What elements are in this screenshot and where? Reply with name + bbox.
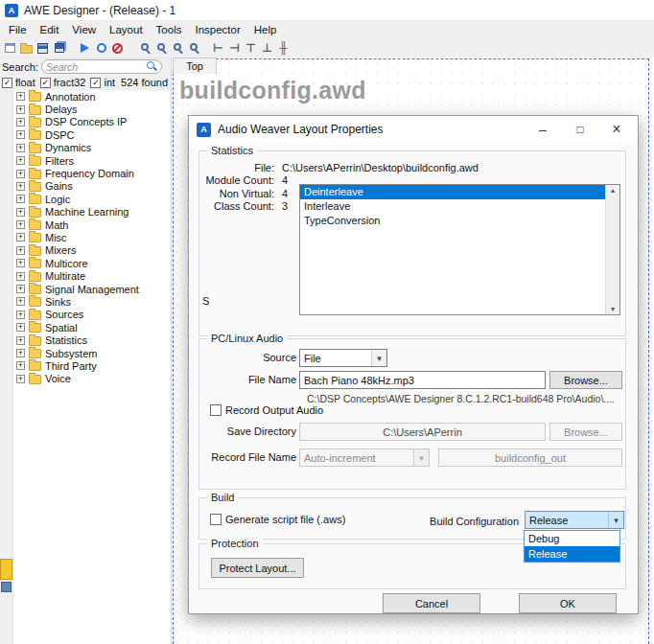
run-layout-icon[interactable] (77, 39, 93, 57)
ok-button[interactable]: OK (519, 593, 617, 613)
expand-plus-icon[interactable] (16, 375, 25, 383)
list-scrollbar[interactable] (605, 185, 619, 314)
align-bottom-icon[interactable]: ⊥ (259, 39, 275, 57)
type-filter-checkbox[interactable]: fract32 (40, 77, 86, 88)
menu-item[interactable]: Layout (103, 21, 150, 38)
halt-icon[interactable] (109, 39, 126, 57)
tree-item[interactable]: Gains (13, 180, 171, 193)
tree-item[interactable]: Multirate (13, 269, 171, 282)
expand-plus-icon[interactable] (16, 336, 25, 345)
menu-item[interactable]: File (2, 21, 34, 38)
tree-item[interactable]: Delays (13, 103, 171, 115)
expand-plus-icon[interactable] (16, 297, 25, 306)
dock-panel-icon[interactable] (1, 582, 12, 592)
expand-plus-icon[interactable] (16, 118, 25, 126)
tree-item[interactable]: Multicore (13, 257, 171, 269)
record-output-checkbox[interactable]: Record Output Audio (210, 404, 323, 416)
tree-item[interactable]: Sinks (13, 295, 171, 308)
align-right-icon[interactable]: ⊣ (226, 39, 243, 57)
save-icon[interactable] (35, 39, 51, 57)
module-class-item[interactable]: Interleave (300, 199, 605, 214)
tree-item[interactable]: Machine Learning (13, 206, 171, 218)
zoom-fit-icon[interactable] (168, 39, 184, 57)
expand-plus-icon[interactable] (16, 285, 25, 293)
zoom-100-icon[interactable] (184, 39, 200, 57)
type-filter-checkbox[interactable]: float (2, 77, 35, 88)
tree-item[interactable]: Sources (13, 309, 171, 321)
tree-item[interactable]: Misc (13, 231, 171, 243)
scroll-down-icon[interactable] (611, 305, 615, 313)
close-button[interactable] (598, 116, 635, 142)
tab-top[interactable]: Top (173, 58, 217, 74)
distribute-icon[interactable]: ╫ (275, 39, 292, 57)
menu-item[interactable]: Tools (150, 21, 189, 38)
expand-plus-icon[interactable] (16, 246, 25, 255)
browse-button[interactable]: Browse... (549, 371, 622, 389)
profile-icon[interactable] (93, 39, 109, 57)
expand-plus-icon[interactable] (16, 182, 25, 191)
scroll-up-icon[interactable] (611, 186, 615, 195)
menu-item[interactable]: Edit (34, 21, 66, 38)
expand-plus-icon[interactable] (16, 156, 25, 165)
new-layout-icon[interactable] (2, 39, 18, 57)
generate-script-checkbox[interactable]: Generate script file (.aws) (210, 514, 345, 525)
expand-plus-icon[interactable] (16, 272, 25, 281)
menu-item[interactable]: Help (247, 21, 284, 38)
tree-item[interactable]: Signal Management (13, 283, 171, 295)
zoom-in-icon[interactable] (135, 39, 152, 57)
expand-plus-icon[interactable] (16, 259, 25, 267)
search-row: Search: (0, 58, 171, 75)
tree-item[interactable]: Mixers (13, 244, 171, 257)
cancel-button[interactable]: Cancel (383, 593, 480, 613)
expand-plus-icon[interactable] (16, 310, 25, 319)
tree-item[interactable]: Filters (13, 154, 171, 167)
module-class-item[interactable]: Deinterleave (300, 185, 605, 199)
build-config-select[interactable]: Release (525, 511, 624, 529)
menu-item[interactable]: View (65, 21, 103, 38)
expand-plus-icon[interactable] (16, 208, 25, 217)
maximize-button[interactable] (562, 116, 598, 142)
open-file-icon[interactable] (18, 39, 35, 57)
tree-item[interactable]: Statistics (13, 334, 171, 346)
expand-plus-icon[interactable] (16, 220, 25, 229)
search-box[interactable] (41, 59, 162, 74)
align-left-icon[interactable]: ⊢ (210, 39, 226, 57)
menu-item[interactable]: Inspector (188, 21, 246, 38)
collapsed-panel-tab-icon[interactable] (0, 559, 12, 580)
dropdown-option[interactable]: Debug (525, 531, 619, 546)
tree-item[interactable]: Frequency Domain (13, 167, 171, 179)
expand-plus-icon[interactable] (16, 105, 25, 114)
expand-plus-icon[interactable] (16, 349, 25, 357)
expand-plus-icon[interactable] (16, 195, 25, 203)
dropdown-option[interactable]: Release (525, 546, 619, 562)
search-icon[interactable] (147, 61, 157, 72)
tree-item[interactable]: Annotation (13, 90, 171, 103)
tree-item[interactable]: Subsystem (13, 347, 171, 359)
tree-item[interactable]: Third Party (13, 359, 171, 372)
module-class-item[interactable]: TypeConversion (300, 214, 605, 228)
expand-plus-icon[interactable] (16, 170, 25, 178)
expand-plus-icon[interactable] (16, 92, 25, 101)
protect-layout-button[interactable]: Protect Layout... (211, 558, 304, 578)
save-all-icon[interactable] (51, 39, 67, 57)
tree-item[interactable]: Spatial (13, 321, 171, 334)
search-input[interactable] (46, 61, 147, 73)
tree-item[interactable]: DSP Concepts IP (13, 116, 171, 128)
expand-plus-icon[interactable] (16, 361, 25, 370)
expand-plus-icon[interactable] (16, 233, 25, 242)
tree-item[interactable]: Logic (13, 193, 171, 205)
module-class-list[interactable]: DeinterleaveInterleaveTypeConversion (299, 184, 620, 315)
expand-plus-icon[interactable] (16, 130, 25, 139)
expand-plus-icon[interactable] (16, 144, 25, 152)
tree-item[interactable]: DSPC (13, 128, 171, 141)
align-top-icon[interactable]: ⊤ (243, 39, 259, 57)
minimize-button[interactable] (525, 116, 561, 142)
tree-item[interactable]: Dynamics (13, 142, 171, 154)
source-select[interactable]: File (299, 349, 387, 367)
zoom-out-icon[interactable] (152, 39, 168, 57)
file-name-input[interactable]: Bach Piano 48kHz.mp3 (299, 371, 546, 389)
expand-plus-icon[interactable] (16, 323, 25, 332)
type-filter-checkbox[interactable]: int (90, 77, 115, 88)
tree-item[interactable]: Math (13, 218, 171, 231)
tree-item[interactable]: Voice (13, 373, 171, 385)
